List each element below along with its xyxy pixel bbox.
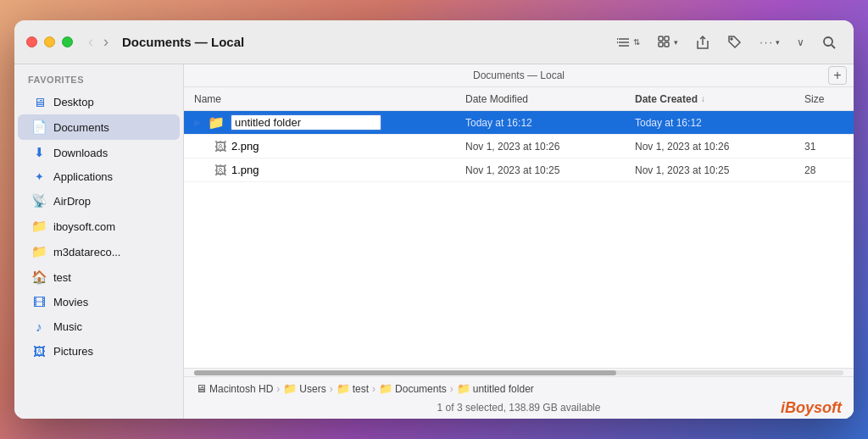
minimize-button[interactable] [44,36,55,47]
toolbar-actions: ⇅ ▾ [611,31,842,53]
documents-icon: 📄 [31,119,47,135]
untitled-folder-path-icon: 📁 [457,382,470,395]
table-row[interactable]: ▶ 📁 Today at 16:12 Today at 16:12 [184,111,854,135]
right-panel: Documents — Local + Name Date Modified D… [184,64,854,419]
column-date-modified[interactable]: Date Modified [465,93,635,105]
file-cell-size: 28 [804,164,843,176]
status-bar: 1 of 3 selected, 138.89 GB available iBo… [184,400,854,419]
path-item-label-test-user: test [353,383,369,395]
sidebar-item-downloads[interactable]: ⬇ Downloads [18,140,180,165]
path-item-macintosh-hd[interactable]: 🖥 Macintosh HD [196,382,273,395]
sidebar-item-airdrop[interactable]: 📡 AirDrop [18,188,180,214]
sidebar-item-label-m3datareco: m3datareco... [53,246,121,258]
sidebar-item-iboysoft[interactable]: 📁 iboysoft.com [18,214,180,239]
forward-button[interactable]: › [100,31,112,53]
column-date-created[interactable]: Date Created ↓ [635,93,804,105]
more-dots-icon: ··· [760,36,774,48]
maximize-button[interactable] [62,36,73,47]
scrollbar-track [194,370,843,375]
table-header: Name Date Modified Date Created ↓ Size [184,87,854,111]
file-table: Name Date Modified Date Created ↓ Size ▶… [184,87,854,368]
file-cell-created: Nov 1, 2023 at 10:26 [635,141,804,153]
file-cell-created: Nov 1, 2023 at 10:25 [635,164,804,176]
sidebar-item-label-pictures: Pictures [53,345,93,358]
add-tab-button[interactable]: + [828,66,847,85]
path-bar: 🖥 Macintosh HD › 📁 Users › 📁 test › [184,376,854,419]
svg-line-10 [832,45,835,48]
airdrop-icon: 📡 [31,193,47,208]
path-separator: › [330,383,333,395]
grid-view-button[interactable]: ▾ [652,31,683,53]
sort-toggle-icon: ⇅ [633,37,640,47]
share-button[interactable] [690,31,715,53]
path-item-untitled-folder[interactable]: 📁 untitled folder [457,382,534,395]
file-cell-name: 🖼 2.png [194,140,465,153]
sidebar-item-documents[interactable]: 📄 Documents [18,114,180,140]
file-name-input[interactable] [230,114,382,131]
tag-button[interactable] [722,31,748,53]
finder-window: ‹ › Documents — Local ⇅ [14,20,854,419]
path-item-users[interactable]: 📁 Users [283,382,326,395]
sort-arrow-icon: ↓ [701,94,705,103]
column-name[interactable]: Name [194,93,465,105]
path-item-label-untitled-folder: untitled folder [473,383,534,395]
path-item-documents-path[interactable]: 📁 Documents [379,382,447,395]
sidebar-item-movies[interactable]: 🎞 Movies [18,290,180,314]
more-button[interactable]: ··· ▾ [754,32,785,52]
sidebar-item-label-test: test [53,271,71,284]
path-separator: › [372,383,376,395]
sidebar: Favorites 🖥 Desktop 📄 Documents ⬇ Downlo… [14,64,184,419]
sidebar-item-pictures[interactable]: 🖼 Pictures [18,339,180,364]
traffic-lights [26,36,73,47]
pictures-icon: 🖼 [31,344,47,358]
collapse-button[interactable]: ∨ [792,33,810,52]
m3datareco-icon: 📁 [31,244,47,259]
iboysoft-logo: iBoysoft [781,399,842,417]
folder-icon: 📁 [208,114,225,131]
table-row[interactable]: 🖼 2.png Nov 1, 2023 at 10:26 Nov 1, 2023… [184,135,854,158]
list-view-button[interactable]: ⇅ [611,31,645,53]
grid-dropdown-icon: ▾ [674,38,678,47]
sidebar-item-label-music: Music [53,320,82,333]
desktop-icon: 🖥 [31,95,47,109]
file-cell-created: Today at 16:12 [635,117,804,129]
file-cell-modified: Today at 16:12 [465,117,635,129]
file-cell-name: 🖼 1.png [194,164,465,177]
close-button[interactable] [26,36,37,47]
iboysoft-suffix: Boysoft [785,399,842,416]
more-dropdown-icon: ▾ [776,38,780,47]
column-size[interactable]: Size [804,93,843,105]
sidebar-item-desktop[interactable]: 🖥 Desktop [18,90,180,114]
expand-chevron-icon: ▶ [194,117,201,128]
movies-icon: 🎞 [31,295,47,309]
file-icon: 🖼 [214,140,226,153]
svg-rect-3 [659,36,663,41]
sidebar-item-label-iboysoft: iboysoft.com [53,220,115,233]
file-cell-modified: Nov 1, 2023 at 10:25 [465,164,635,176]
sidebar-item-applications[interactable]: ✦ Applications [18,165,180,188]
main-area: Favorites 🖥 Desktop 📄 Documents ⬇ Downlo… [14,64,854,419]
table-row[interactable]: 🖼 1.png Nov 1, 2023 at 10:25 Nov 1, 2023… [184,158,854,182]
search-button[interactable] [816,31,842,53]
svg-point-9 [824,37,832,46]
downloads-icon: ⬇ [31,145,47,160]
file-cell-name: ▶ 📁 [194,114,465,131]
file-name: 2.png [231,140,259,153]
file-cell-size: 31 [804,141,843,153]
sidebar-item-music[interactable]: ♪ Music [18,314,180,339]
location-title: Documents — Local [473,69,565,81]
sidebar-item-m3datareco[interactable]: 📁 m3datareco... [18,239,180,264]
test-user-icon: 📁 [337,382,350,395]
sidebar-item-test[interactable]: 🏠 test [18,264,180,290]
file-name: 1.png [231,164,259,176]
sidebar-item-label-desktop: Desktop [53,96,94,108]
date-created-label: Date Created [635,93,698,105]
path-item-label-users: Users [299,383,326,395]
svg-point-8 [731,38,732,40]
titlebar: ‹ › Documents — Local ⇅ [14,20,854,64]
location-bar: Documents — Local + [184,64,854,87]
scrollbar-thumb[interactable] [194,370,616,375]
path-item-test-user[interactable]: 📁 test [337,382,369,395]
sidebar-item-label-movies: Movies [53,296,88,308]
back-button[interactable]: ‹ [85,31,97,53]
